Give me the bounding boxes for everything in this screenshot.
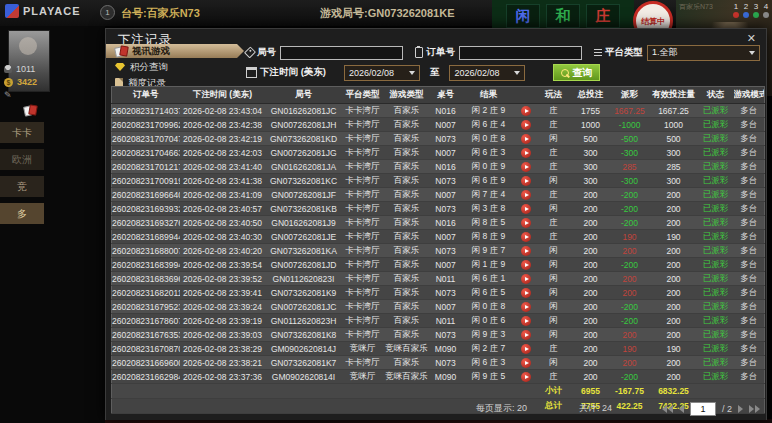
cell-replay [516, 356, 536, 370]
cell-platform: 卡卡湾厅 [342, 118, 384, 132]
cell-total-bet: 200 [572, 272, 610, 286]
modal-sidebar-item[interactable]: 积分查询 [106, 60, 244, 74]
cell-valid-bet: 300 [650, 174, 698, 188]
bet-spot[interactable]: 和 [546, 4, 580, 28]
cell-valid-bet: 200 [650, 272, 698, 286]
date-from-select[interactable]: 2026/02/08 [344, 65, 420, 81]
cell-game-type: 百家乐 [384, 104, 430, 118]
replay-icon[interactable] [521, 330, 531, 340]
cell-game-mode: 多台 [734, 370, 765, 384]
cell-game-mode: 多台 [734, 244, 765, 258]
platform-select[interactable]: 1.全部 [647, 45, 760, 61]
cell-order-no: 260208231669600 [112, 356, 180, 370]
sidebar-item-欧洲[interactable]: 欧洲 [0, 149, 44, 170]
cell-bet-time: 2026-02-08 23:40:20 [180, 244, 266, 258]
replay-icon[interactable] [521, 260, 531, 270]
replay-icon[interactable] [521, 190, 531, 200]
table-row: 2602082317012172026-02-08 23:41:40GN0162… [112, 160, 765, 174]
replay-icon[interactable] [521, 316, 531, 326]
modal-sidebar-item[interactable]: 视讯游戏 [106, 44, 244, 58]
cell-replay [516, 230, 536, 244]
bet-spot[interactable]: 闲 [506, 4, 540, 28]
cell-play-type: 庄 [536, 370, 572, 384]
cell-order-no: 260208231683994 [112, 258, 180, 272]
prev-page-button[interactable] [679, 405, 684, 413]
page-number-input[interactable] [690, 402, 716, 416]
table-row: 2602082316696002026-02-08 23:38:21GN0732… [112, 356, 765, 370]
chevron-down-icon [514, 71, 520, 75]
replay-icon[interactable] [521, 288, 531, 298]
cell-result: 闲 0 庄 8 [462, 132, 516, 146]
sidebar-item-卡卡[interactable]: 卡卡 [0, 122, 44, 143]
cell-platform: 卡卡湾厅 [342, 356, 384, 370]
bet-spot[interactable]: 庄 [586, 4, 620, 28]
cell-total-bet: 300 [572, 146, 610, 160]
round-input[interactable] [280, 46, 403, 60]
query-button[interactable]: 查询 [553, 64, 600, 81]
cell-replay [516, 370, 536, 384]
cell-play-type: 闲 [536, 272, 572, 286]
coin-icon: $ [4, 78, 13, 87]
replay-icon[interactable] [521, 372, 531, 382]
cell-total-bet: 200 [572, 202, 610, 216]
video-table-label: 百家乐N73 [679, 2, 713, 12]
cell-game-mode: 多台 [734, 160, 765, 174]
order-input[interactable] [459, 46, 582, 60]
cell-platform: 卡卡湾厅 [342, 160, 384, 174]
date-to-select[interactable]: 2026/02/08 [449, 65, 525, 81]
cell-status: 已派彩 [698, 132, 734, 146]
replay-icon[interactable] [521, 246, 531, 256]
modal-sidebar-label: 视讯游戏 [132, 45, 170, 58]
next-page-button[interactable] [738, 405, 743, 413]
sidebar-item-竞[interactable]: 竞 [0, 176, 44, 197]
platform-list-icon [594, 49, 602, 57]
column-header: 有效投注量 [650, 87, 698, 104]
cell-replay [516, 174, 536, 188]
cell-platform: 卡卡湾厅 [342, 300, 384, 314]
cell-valid-bet: 1000 [650, 118, 698, 132]
cell-order-no: 260208231696640 [112, 188, 180, 202]
table-row: 2602082316880072026-02-08 23:40:20GN0732… [112, 244, 765, 258]
cell-order-no: 260208231662984 [112, 370, 180, 384]
replay-icon[interactable] [521, 106, 531, 116]
edit-icon[interactable]: ✎ [4, 90, 12, 100]
cell-order-no: 260208231688007 [112, 244, 180, 258]
cell-total-bet: 200 [572, 356, 610, 370]
cell-play-type: 庄 [536, 160, 572, 174]
cell-table-no: N007 [430, 258, 462, 272]
cell-platform: 卡卡湾厅 [342, 174, 384, 188]
cell-game-type: 百家乐 [384, 356, 430, 370]
cell-play-type: 闲 [536, 300, 572, 314]
cell-order-no: 260208231704663 [112, 146, 180, 160]
cell-game-type: 百家乐 [384, 328, 430, 342]
column-header: 订单号 [112, 87, 180, 104]
cell-bet-time: 2026-02-08 23:40:30 [180, 230, 266, 244]
replay-icon[interactable] [521, 358, 531, 368]
cell-game-mode: 多台 [734, 300, 765, 314]
replay-icon[interactable] [521, 148, 531, 158]
cell-platform: 卡卡湾厅 [342, 258, 384, 272]
table-row: 2602082317070472026-02-08 23:42:19GN0732… [112, 132, 765, 146]
replay-icon[interactable] [521, 176, 531, 186]
replay-icon[interactable] [521, 344, 531, 354]
table-row: 2602082316629842026-02-08 23:37:36GM0902… [112, 370, 765, 384]
sidebar-item-多[interactable]: 多 [0, 203, 44, 224]
replay-icon[interactable] [521, 274, 531, 284]
replay-icon[interactable] [521, 232, 531, 242]
brand-logo-icon [5, 4, 19, 18]
cell-order-no: 260208231670870 [112, 342, 180, 356]
cell-play-type: 闲 [536, 286, 572, 300]
cell-table-no: N016 [430, 160, 462, 174]
replay-icon[interactable] [521, 162, 531, 172]
last-page-button[interactable] [749, 405, 760, 413]
replay-icon[interactable] [521, 134, 531, 144]
cell-replay [516, 104, 536, 118]
first-page-button[interactable] [662, 405, 673, 413]
cell-valid-bet: 285 [650, 160, 698, 174]
replay-icon[interactable] [521, 218, 531, 228]
replay-icon[interactable] [521, 204, 531, 214]
cell-status: 已派彩 [698, 174, 734, 188]
replay-icon[interactable] [521, 302, 531, 312]
replay-icon[interactable] [521, 120, 531, 130]
table-row: 2602082316763532026-02-08 23:39:03GN0732… [112, 328, 765, 342]
